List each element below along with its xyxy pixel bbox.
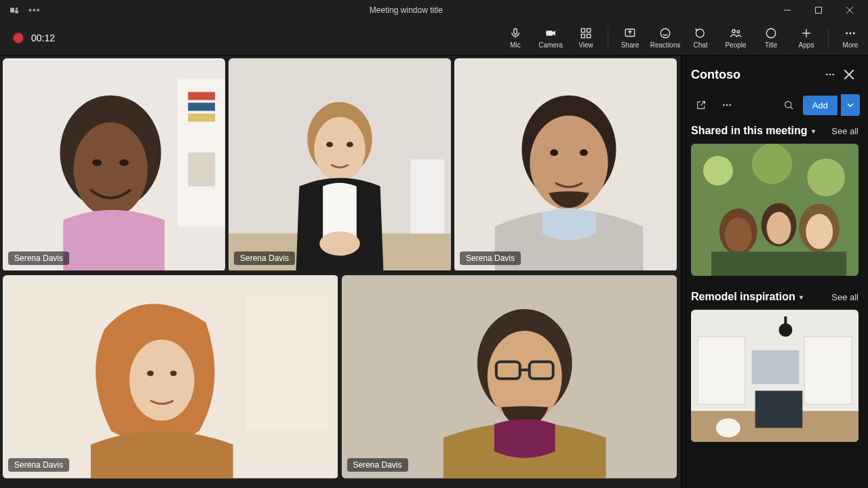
- chat-button[interactable]: Chat: [683, 20, 718, 55]
- svg-point-27: [119, 159, 129, 166]
- title-label: Title: [765, 41, 778, 49]
- participant-video: [3, 58, 225, 270]
- close-icon: [844, 70, 854, 79]
- reactions-label: Reactions: [650, 41, 680, 49]
- view-button[interactable]: View: [568, 20, 604, 55]
- panel-search-button[interactable]: [777, 94, 800, 117]
- svg-point-61: [752, 144, 793, 184]
- svg-point-26: [92, 159, 102, 166]
- svg-point-35: [347, 142, 353, 147]
- people-button[interactable]: People: [718, 20, 753, 55]
- svg-point-62: [807, 159, 845, 197]
- svg-point-57: [729, 104, 731, 106]
- pop-out-icon: [696, 100, 707, 110]
- svg-rect-4: [514, 28, 517, 34]
- minimize-button[interactable]: [772, 0, 803, 20]
- svg-point-13: [737, 30, 740, 33]
- side-panel: Contoso Add: [681, 56, 868, 488]
- toolbar-separator: [608, 27, 608, 48]
- add-button[interactable]: Add: [803, 96, 837, 115]
- maximize-button[interactable]: [803, 0, 834, 20]
- svg-rect-31: [410, 159, 444, 233]
- shared-thumbnail[interactable]: [691, 144, 859, 276]
- more-icon: [722, 100, 732, 110]
- more-icon: [844, 26, 857, 40]
- chat-icon: [694, 26, 707, 40]
- svg-point-36: [319, 231, 360, 256]
- meeting-toolbar: 00:12 Mic Camera View Share Reactions Ch…: [0, 20, 868, 56]
- svg-rect-76: [752, 350, 800, 384]
- see-all-link[interactable]: See all: [831, 292, 859, 302]
- svg-point-33: [314, 117, 366, 181]
- svg-point-64: [725, 218, 752, 253]
- svg-rect-23: [188, 152, 215, 186]
- camera-label: Camera: [538, 41, 563, 49]
- svg-rect-20: [188, 92, 215, 100]
- camera-button[interactable]: Camera: [533, 20, 568, 55]
- section-title[interactable]: Remodel inspiration ▾: [691, 291, 831, 303]
- apps-icon: [800, 26, 813, 40]
- more-label: More: [843, 41, 859, 49]
- svg-point-15: [846, 33, 848, 35]
- svg-rect-43: [247, 296, 328, 431]
- svg-point-16: [850, 33, 852, 35]
- svg-point-78: [778, 323, 792, 337]
- participant-name-tag: Serena Davis: [8, 458, 69, 472]
- svg-point-53: [829, 74, 831, 76]
- reactions-button[interactable]: Reactions: [648, 20, 683, 55]
- panel-options-button[interactable]: [715, 94, 738, 117]
- more-icon: [825, 69, 835, 80]
- title-icon: [764, 26, 778, 40]
- participant-tile[interactable]: Serena Davis: [342, 275, 677, 479]
- reactions-icon: [658, 26, 672, 40]
- svg-point-12: [732, 30, 736, 33]
- svg-point-54: [832, 74, 834, 76]
- participant-video: [3, 275, 338, 479]
- panel-title: Contoso: [691, 68, 821, 82]
- teams-app-icon: [9, 5, 19, 15]
- participant-video: [342, 275, 677, 479]
- svg-point-66: [767, 212, 791, 245]
- panel-more-button[interactable]: [821, 65, 840, 84]
- title-button[interactable]: Title: [753, 20, 789, 55]
- video-grid: Serena Davis Serena Davis: [0, 56, 681, 488]
- svg-point-56: [726, 104, 728, 106]
- close-window-button[interactable]: [834, 0, 865, 20]
- pop-out-button[interactable]: [690, 94, 713, 117]
- recording-indicator-icon: [14, 33, 23, 43]
- participant-tile[interactable]: Serena Davis: [3, 58, 225, 272]
- participant-tile[interactable]: Serena Davis: [229, 58, 451, 272]
- svg-rect-79: [784, 317, 787, 325]
- svg-rect-5: [546, 30, 553, 36]
- svg-rect-69: [711, 251, 846, 276]
- section-title[interactable]: Shared in this meeting ▾: [691, 125, 831, 137]
- share-label: Share: [621, 41, 639, 49]
- mic-button[interactable]: Mic: [498, 20, 533, 55]
- svg-rect-2: [15, 10, 18, 14]
- shared-thumbnail[interactable]: [691, 310, 859, 442]
- share-button[interactable]: Share: [612, 20, 648, 55]
- svg-point-45: [147, 371, 154, 376]
- panel-close-button[interactable]: [840, 65, 859, 84]
- window-title: Meeting window title: [41, 5, 772, 15]
- svg-point-68: [806, 214, 833, 249]
- titlebar-more-icon[interactable]: •••: [28, 5, 41, 16]
- svg-rect-21: [188, 103, 215, 111]
- svg-point-17: [853, 33, 855, 35]
- participant-tile[interactable]: Serena Davis: [454, 58, 677, 272]
- see-all-link[interactable]: See all: [831, 126, 859, 136]
- mic-label: Mic: [510, 41, 521, 49]
- toolbar-separator: [828, 27, 829, 48]
- svg-rect-0: [10, 8, 14, 13]
- chat-label: Chat: [693, 41, 707, 49]
- share-icon: [623, 26, 637, 40]
- svg-point-60: [703, 156, 733, 186]
- people-icon: [729, 26, 743, 40]
- add-dropdown-button[interactable]: [841, 94, 860, 116]
- apps-button[interactable]: Apps: [789, 20, 824, 55]
- more-button[interactable]: More: [833, 20, 868, 55]
- participant-tile[interactable]: Serena Davis: [3, 275, 338, 479]
- svg-rect-9: [587, 35, 591, 38]
- chevron-down-icon: [847, 102, 854, 108]
- svg-point-58: [785, 102, 791, 108]
